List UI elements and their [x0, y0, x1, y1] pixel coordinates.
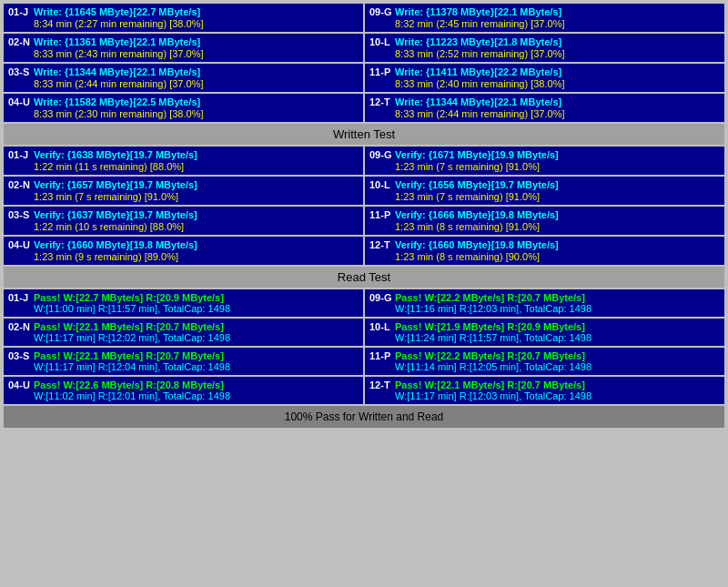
pass-line1: Pass! W:[22.7 MByte/s] R:[20.9 MByte/s] — [34, 292, 224, 303]
cell-line1: Write: {11344 MByte}[22.1 MByte/s] — [395, 96, 561, 107]
pass-cell: 01-J Pass! W:[22.7 MByte/s] R:[20.9 MByt… — [4, 289, 363, 317]
cell-label: 09-G Pass! W:[22.2 MByte/s] R:[20.7 MByt… — [369, 292, 720, 303]
drive-id: 02-N — [8, 179, 34, 190]
cell-line2: 1:22 min (10 s remaining) [88.0%] — [8, 221, 359, 232]
pass-line2: W:[11:00 min] R:[11:57 min], TotalCap: 1… — [8, 303, 359, 314]
main-container: 01-J Write: {11645 MByte}[22.7 MByte/s] … — [0, 0, 728, 431]
cell-line1: Write: {11582 MByte}[22.5 MByte/s] — [34, 96, 200, 107]
pass-cell: 09-G Pass! W:[22.2 MByte/s] R:[20.7 MByt… — [365, 289, 724, 317]
drive-id: 04-U — [8, 96, 34, 107]
drive-id: 02-N — [8, 36, 34, 47]
cell-label: 10-L Verify: {1656 MByte}[19.7 MByte/s] — [369, 179, 720, 190]
cell-line1: Verify: {1637 MByte}[19.7 MByte/s] — [34, 209, 197, 220]
cell-label: 01-J Verify: {1638 MByte}[19.7 MByte/s] — [8, 149, 359, 160]
pass-cell: 10-L Pass! W:[21.9 MByte/s] R:[20.9 MByt… — [365, 319, 724, 346]
cell-line1: Write: {11378 MByte}[22.1 MByte/s] — [395, 6, 561, 17]
cell-label: 03-S Verify: {1637 MByte}[19.7 MByte/s] — [8, 209, 359, 220]
cell-line2: 8:33 min (2:52 min remaining) [37.0%] — [369, 48, 720, 59]
read-test-grid: 01-J Pass! W:[22.7 MByte/s] R:[20.9 MByt… — [4, 289, 724, 404]
cell-label: 02-N Pass! W:[22.1 MByte/s] R:[20.7 MByt… — [8, 321, 359, 332]
read-test-section: 01-J Pass! W:[22.7 MByte/s] R:[20.9 MByt… — [4, 289, 724, 404]
pass-cell: 11-P Pass! W:[22.2 MByte/s] R:[20.7 MByt… — [365, 348, 724, 375]
drive-id: 03-S — [8, 350, 34, 361]
cell-label: 12-T Pass! W:[22.1 MByte/s] R:[20.7 MByt… — [369, 380, 720, 390]
drive-cell: 04-U Verify: {1660 MByte}[19.8 MByte/s] … — [4, 237, 363, 265]
pass-line1: Pass! W:[22.2 MByte/s] R:[20.7 MByte/s] — [395, 350, 585, 361]
cell-line1: Verify: {1638 MByte}[19.7 MByte/s] — [34, 149, 197, 160]
drive-cell: 12-T Verify: {1660 MByte}[19.8 MByte/s] … — [365, 237, 724, 265]
drive-cell: 09-G Write: {11378 MByte}[22.1 MByte/s] … — [365, 4, 724, 32]
cell-line1: Write: {11645 MByte}[22.7 MByte/s] — [34, 6, 200, 17]
cell-line1: Verify: {1666 MByte}[19.8 MByte/s] — [395, 209, 559, 220]
cell-label: 04-U Verify: {1660 MByte}[19.8 MByte/s] — [8, 239, 359, 250]
cell-line1: Verify: {1657 MByte}[19.7 MByte/s] — [34, 179, 197, 190]
drive-cell: 03-S Write: {11344 MByte}[22.1 MByte/s] … — [4, 64, 363, 92]
cell-line1: Verify: {1656 MByte}[19.7 MByte/s] — [395, 179, 559, 190]
cell-line1: Verify: {1671 MByte}[19.9 MByte/s] — [395, 149, 559, 160]
drive-cell: 12-T Write: {11344 MByte}[22.1 MByte/s] … — [365, 94, 724, 122]
cell-label: 02-N Verify: {1657 MByte}[19.7 MByte/s] — [8, 179, 359, 190]
cell-label: 04-U Pass! W:[22.6 MByte/s] R:[20.8 MByt… — [8, 380, 359, 390]
cell-label: 04-U Write: {11582 MByte}[22.5 MByte/s] — [8, 96, 359, 107]
cell-label: 03-S Pass! W:[22.1 MByte/s] R:[20.7 MByt… — [8, 350, 359, 361]
pass-line1: Pass! W:[22.6 MByte/s] R:[20.8 MByte/s] — [34, 380, 224, 390]
cell-label: 10-L Write: {11223 MByte}[21.8 MByte/s] — [369, 36, 720, 47]
pass-line1: Pass! W:[22.1 MByte/s] R:[20.7 MByte/s] — [34, 350, 224, 361]
footer-status: 100% Pass for Written and Read — [4, 406, 724, 428]
cell-line1: Write: {11411 MByte}[22.2 MByte/s] — [395, 66, 561, 77]
pass-line1: Pass! W:[22.1 MByte/s] R:[20.7 MByte/s] — [395, 380, 585, 390]
cell-line2: 8:32 min (2:45 min remaining) [37.0%] — [369, 18, 720, 29]
cell-label: 11-P Write: {11411 MByte}[22.2 MByte/s] — [369, 66, 720, 77]
read-test-divider: Read Test — [4, 267, 724, 288]
written-test-grid: 01-J Write: {11645 MByte}[22.7 MByte/s] … — [4, 4, 724, 122]
cell-line2: 1:23 min (7 s remaining) [91.0%] — [369, 161, 720, 172]
drive-id: 04-U — [8, 380, 34, 390]
cell-line2: 1:23 min (7 s remaining) [91.0%] — [8, 191, 359, 202]
drive-id: 01-J — [8, 6, 34, 17]
pass-line1: Pass! W:[21.9 MByte/s] R:[20.9 MByte/s] — [395, 321, 585, 332]
pass-cell: 04-U Pass! W:[22.6 MByte/s] R:[20.8 MByt… — [4, 377, 363, 404]
cell-line2: 8:33 min (2:30 min remaining) [38.0%] — [8, 108, 359, 119]
verify-test-section: 01-J Verify: {1638 MByte}[19.7 MByte/s] … — [4, 147, 724, 265]
cell-label: 09-G Write: {11378 MByte}[22.1 MByte/s] — [369, 6, 720, 17]
cell-label: 03-S Write: {11344 MByte}[22.1 MByte/s] — [8, 66, 359, 77]
cell-label: 01-J Write: {11645 MByte}[22.7 MByte/s] — [8, 6, 359, 17]
cell-label: 12-T Write: {11344 MByte}[22.1 MByte/s] — [369, 96, 720, 107]
cell-line1: Verify: {1660 MByte}[19.8 MByte/s] — [34, 239, 197, 250]
pass-line2: W:[11:17 min] R:[12:03 min], TotalCap: 1… — [369, 390, 720, 401]
cell-label: 11-P Pass! W:[22.2 MByte/s] R:[20.7 MByt… — [369, 350, 720, 361]
pass-cell: 02-N Pass! W:[22.1 MByte/s] R:[20.7 MByt… — [4, 319, 363, 346]
cell-line2: 8:33 min (2:44 min remaining) [37.0%] — [369, 108, 720, 119]
drive-cell: 02-N Write: {11361 MByte}[22.1 MByte/s] … — [4, 34, 363, 62]
cell-label: 12-T Verify: {1660 MByte}[19.8 MByte/s] — [369, 239, 720, 250]
drive-id: 09-G — [369, 149, 395, 160]
pass-line1: Pass! W:[22.2 MByte/s] R:[20.7 MByte/s] — [395, 292, 585, 303]
drive-cell: 04-U Write: {11582 MByte}[22.5 MByte/s] … — [4, 94, 363, 122]
drive-cell: 11-P Verify: {1666 MByte}[19.8 MByte/s] … — [365, 207, 724, 235]
drive-cell: 11-P Write: {11411 MByte}[22.2 MByte/s] … — [365, 64, 724, 92]
cell-label: 02-N Write: {11361 MByte}[22.1 MByte/s] — [8, 36, 359, 47]
pass-line2: W:[11:17 min] R:[12:02 min], TotalCap: 1… — [8, 332, 359, 343]
drive-cell: 09-G Verify: {1671 MByte}[19.9 MByte/s] … — [365, 147, 724, 175]
drive-id: 10-L — [369, 179, 395, 190]
cell-label: 09-G Verify: {1671 MByte}[19.9 MByte/s] — [369, 149, 720, 160]
drive-id: 01-J — [8, 149, 34, 160]
drive-cell: 01-J Verify: {1638 MByte}[19.7 MByte/s] … — [4, 147, 363, 175]
pass-line1: Pass! W:[22.1 MByte/s] R:[20.7 MByte/s] — [34, 321, 224, 332]
written-test-section: 01-J Write: {11645 MByte}[22.7 MByte/s] … — [4, 4, 724, 122]
drive-id: 12-T — [369, 380, 395, 390]
pass-cell: 12-T Pass! W:[22.1 MByte/s] R:[20.7 MByt… — [365, 377, 724, 404]
cell-line2: 8:33 min (2:43 min remaining) [37.0%] — [8, 48, 359, 59]
drive-cell: 01-J Write: {11645 MByte}[22.7 MByte/s] … — [4, 4, 363, 32]
drive-cell: 03-S Verify: {1637 MByte}[19.7 MByte/s] … — [4, 207, 363, 235]
drive-id: 12-T — [369, 96, 395, 107]
drive-cell: 02-N Verify: {1657 MByte}[19.7 MByte/s] … — [4, 177, 363, 205]
drive-id: 11-P — [369, 209, 395, 220]
cell-line2: 1:23 min (8 s remaining) [91.0%] — [369, 221, 720, 232]
drive-id: 09-G — [369, 292, 395, 303]
cell-label: 10-L Pass! W:[21.9 MByte/s] R:[20.9 MByt… — [369, 321, 720, 332]
cell-line1: Write: {11344 MByte}[22.1 MByte/s] — [34, 66, 200, 77]
cell-label: 11-P Verify: {1666 MByte}[19.8 MByte/s] — [369, 209, 720, 220]
drive-id: 10-L — [369, 321, 395, 332]
cell-line2: 1:23 min (8 s remaining) [90.0%] — [369, 251, 720, 262]
